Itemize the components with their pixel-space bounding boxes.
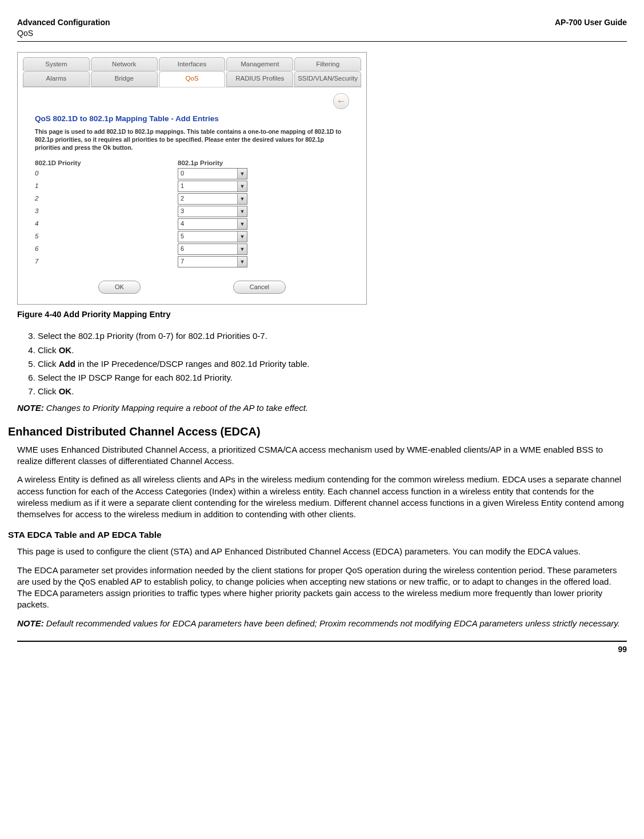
select-value: 0	[178, 169, 237, 179]
step-6: Select the IP DSCP Range for each 802.1d…	[38, 371, 627, 385]
priority-1p-select-5[interactable]: 5▼	[178, 231, 247, 242]
select-value: 6	[178, 244, 237, 254]
priority-1p-select-1[interactable]: 1▼	[178, 181, 247, 192]
note-1: NOTE: Changes to Priority Mapping requir…	[17, 402, 627, 414]
table-row: 1 1▼	[18, 180, 366, 193]
step-text: .	[71, 345, 74, 355]
tab-ssid-vlan-security[interactable]: SSID/VLAN/Security	[294, 71, 361, 87]
panel-title: QoS 802.1D to 802.1p Mapping Table - Add…	[18, 111, 366, 127]
step-bold: OK	[59, 386, 72, 396]
table-row: 4 4▼	[18, 218, 366, 230]
sta-paragraph-2: The EDCA parameter set provides informat…	[17, 565, 627, 611]
tab-bridge[interactable]: Bridge	[91, 71, 158, 87]
note-label: NOTE:	[17, 403, 44, 413]
table-row: 3 3▼	[18, 205, 366, 218]
tab-alarms[interactable]: Alarms	[23, 71, 90, 87]
header-subtitle: QoS	[17, 29, 33, 38]
step-text: .	[71, 386, 74, 396]
step-bold: Add	[59, 359, 75, 369]
header-title: Advanced Configuration	[17, 18, 110, 27]
sta-paragraph-1: This page is used to configure the clien…	[17, 546, 627, 557]
tab-qos[interactable]: QoS	[159, 71, 226, 87]
priority-1d-label: 7	[35, 257, 178, 266]
table-row: 7 7▼	[18, 255, 366, 268]
step-5: Click Add in the IP Precedence/DSCP rang…	[38, 357, 627, 371]
step-bold: OK	[59, 345, 72, 355]
page-header: Advanced Configuration QoS AP-700 User G…	[17, 17, 627, 42]
step-text: Click	[38, 386, 59, 396]
priority-1d-label: 3	[35, 207, 178, 216]
back-icon[interactable]: ←	[333, 93, 349, 109]
priority-1d-label: 1	[35, 182, 178, 191]
section-edca-title: Enhanced Distributed Channel Access (EDC…	[8, 424, 627, 440]
header-guide: AP-700 User Guide	[555, 17, 627, 39]
step-3: Select the 802.1p Priority (from 0-7) fo…	[38, 329, 627, 343]
edca-paragraph-1: WME uses Enhanced Distributed Channel Ac…	[17, 444, 627, 468]
instruction-steps: Select the 802.1p Priority (from 0-7) fo…	[27, 329, 627, 398]
chevron-down-icon: ▼	[237, 219, 247, 229]
priority-1d-label: 4	[35, 219, 178, 229]
chevron-down-icon: ▼	[237, 231, 247, 242]
select-value: 4	[178, 219, 237, 229]
select-value: 3	[178, 206, 237, 217]
priority-1p-select-2[interactable]: 2▼	[178, 193, 247, 205]
step-4: Click OK.	[38, 343, 627, 357]
tab-filtering[interactable]: Filtering	[294, 57, 361, 71]
step-text: Click	[38, 345, 59, 355]
table-row: 6 6▼	[18, 243, 366, 255]
priority-1p-select-3[interactable]: 3▼	[178, 206, 247, 217]
ok-button[interactable]: OK	[98, 281, 141, 294]
page-number: 99	[17, 641, 627, 655]
table-row: 0 0▼	[18, 167, 366, 180]
tab-system[interactable]: System	[23, 57, 90, 71]
step-text: in the IP Precedence/DSCP ranges and 802…	[75, 359, 310, 369]
priority-1d-label: 2	[35, 194, 178, 203]
table-row: 5 5▼	[18, 230, 366, 243]
tab-interfaces[interactable]: Interfaces	[159, 57, 226, 71]
figure-caption: Figure 4-40 Add Priority Mapping Entry	[17, 309, 627, 321]
chevron-down-icon: ▼	[237, 206, 247, 217]
note-2: NOTE: Default recommended values for EDC…	[17, 618, 627, 629]
tabs-primary: System Network Interfaces Management Fil…	[22, 57, 362, 71]
chevron-down-icon: ▼	[237, 244, 247, 254]
priority-1d-label: 6	[35, 245, 178, 254]
priority-1d-label: 5	[35, 232, 178, 241]
embedded-screenshot: System Network Interfaces Management Fil…	[17, 52, 367, 305]
select-value: 1	[178, 181, 237, 191]
priority-1p-select-7[interactable]: 7▼	[178, 256, 247, 267]
note-text: Default recommended values for EDCA para…	[46, 618, 620, 628]
priority-table-header: 802.1D Priority 802.1p Priority	[18, 159, 366, 168]
chevron-down-icon: ▼	[237, 194, 247, 204]
col-802-1p: 802.1p Priority	[178, 159, 292, 168]
chevron-down-icon: ▼	[237, 257, 247, 267]
chevron-down-icon: ▼	[237, 169, 247, 179]
tab-network[interactable]: Network	[91, 57, 158, 71]
note-label: NOTE:	[17, 618, 44, 628]
table-row: 2 2▼	[18, 193, 366, 205]
note-text: Changes to Priority Mapping require a re…	[46, 403, 308, 413]
chevron-down-icon: ▼	[237, 181, 247, 191]
tab-radius-profiles[interactable]: RADIUS Profiles	[226, 71, 293, 87]
select-value: 2	[178, 194, 237, 204]
priority-1d-label: 0	[35, 169, 178, 178]
back-row: ←	[18, 87, 366, 111]
priority-1p-select-4[interactable]: 4▼	[178, 218, 247, 230]
subsection-sta-title: STA EDCA Table and AP EDCA Table	[8, 529, 627, 541]
tabs-secondary: Alarms Bridge QoS RADIUS Profiles SSID/V…	[22, 71, 362, 87]
step-7: Click OK.	[38, 385, 627, 398]
priority-1p-select-6[interactable]: 6▼	[178, 243, 247, 255]
priority-1p-select-0[interactable]: 0▼	[178, 168, 247, 179]
edca-paragraph-2: A wireless Entity is defined as all wire…	[17, 474, 627, 520]
tab-management[interactable]: Management	[226, 57, 293, 71]
header-left: Advanced Configuration QoS	[17, 17, 110, 39]
button-row: OK Cancel	[18, 268, 366, 304]
cancel-button[interactable]: Cancel	[233, 281, 286, 294]
panel-description: This page is used to add 802.1D to 802.1…	[18, 127, 366, 159]
select-value: 5	[178, 231, 237, 242]
col-802-1d: 802.1D Priority	[35, 159, 178, 168]
select-value: 7	[178, 257, 237, 267]
step-text: Click	[38, 359, 59, 369]
